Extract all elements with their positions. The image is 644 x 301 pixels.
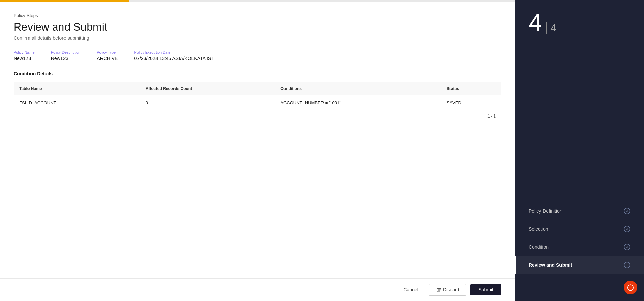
sidebar-step-condition-label: Condition xyxy=(529,244,549,250)
meta-policy-name: Policy Name New123 xyxy=(14,50,35,61)
svg-rect-1 xyxy=(438,288,440,288)
table-header: Table Name Affected Records Count Condit… xyxy=(14,82,501,95)
table-body: FSI_D_ACCOUNT_... 0 ACCOUNT_NUMBER = '10… xyxy=(14,95,501,110)
svg-rect-0 xyxy=(437,288,441,289)
step-current: 4 xyxy=(529,10,542,35)
policy-steps-label: Policy Steps xyxy=(14,13,501,18)
page-title: Review and Submit xyxy=(14,21,501,33)
col-conditions: Conditions xyxy=(275,82,441,95)
step-counter: 4 | 4 xyxy=(515,0,644,45)
policy-name-value: New123 xyxy=(14,56,31,61)
table-header-row: Table Name Affected Records Count Condit… xyxy=(14,82,501,95)
sidebar-step-selection-label: Selection xyxy=(529,226,548,232)
col-table-name: Table Name xyxy=(14,82,140,95)
sidebar-step-condition[interactable]: Condition xyxy=(515,238,644,256)
sidebar-step-review-submit-label: Review and Submit xyxy=(529,262,572,268)
policy-type-value: ARCHIVE xyxy=(97,56,118,61)
col-affected-count: Affected Records Count xyxy=(140,82,275,95)
cell-conditions: ACCOUNT_NUMBER = '1001' xyxy=(275,95,441,110)
pagination-text: 1 - 1 xyxy=(487,114,496,119)
main-content: Policy Steps Review and Submit Confirm a… xyxy=(0,0,515,301)
footer-actions: Cancel Discard Submit xyxy=(0,278,515,301)
policy-exec-label: Policy Execution Date xyxy=(134,50,214,54)
help-icon: ◯ xyxy=(627,284,634,291)
meta-row: Policy Name New123 Policy Description Ne… xyxy=(14,50,501,61)
sidebar-step-policy-definition-label: Policy Definition xyxy=(529,208,563,214)
sidebar-step-selection[interactable]: Selection xyxy=(515,220,644,238)
review-submit-check-icon xyxy=(624,262,630,268)
step-divider-symbol: | xyxy=(545,20,548,34)
step-total: 4 xyxy=(551,22,556,33)
meta-policy-exec: Policy Execution Date 07/23/2024 13:45 A… xyxy=(134,50,214,61)
cell-status: SAVED xyxy=(441,95,501,110)
submit-button[interactable]: Submit xyxy=(470,284,501,295)
cancel-button[interactable]: Cancel xyxy=(397,284,425,295)
sidebar-step-review-submit[interactable]: Review and Submit xyxy=(515,256,644,274)
pagination-row: 1 - 1 xyxy=(14,110,501,122)
discard-button[interactable]: Discard xyxy=(429,284,466,296)
policy-desc-value: New123 xyxy=(51,56,68,61)
condition-details-title: Condition Details xyxy=(14,71,501,76)
policy-name-label: Policy Name xyxy=(14,50,35,54)
policy-type-label: Policy Type xyxy=(97,50,118,54)
policy-definition-check-icon xyxy=(624,208,630,214)
cell-affected-count: 0 xyxy=(140,95,275,110)
selection-check-icon xyxy=(624,226,630,232)
sidebar: 4 | 4 Policy Definition Selection Condit… xyxy=(515,0,644,301)
condition-details-table-wrapper: Table Name Affected Records Count Condit… xyxy=(14,82,501,122)
policy-exec-value: 07/23/2024 13:45 ASIA/KOLKATA IST xyxy=(134,56,214,61)
table-row: FSI_D_ACCOUNT_... 0 ACCOUNT_NUMBER = '10… xyxy=(14,95,501,110)
col-status: Status xyxy=(441,82,501,95)
policy-desc-label: Policy Description xyxy=(51,50,80,54)
trash-icon xyxy=(436,287,441,292)
meta-policy-type: Policy Type ARCHIVE xyxy=(97,50,118,61)
meta-policy-desc: Policy Description New123 xyxy=(51,50,80,61)
condition-details-table: Table Name Affected Records Count Condit… xyxy=(14,82,501,110)
help-button[interactable]: ◯ xyxy=(624,281,637,294)
page-subtitle: Confirm all details before submitting xyxy=(14,35,501,41)
discard-label: Discard xyxy=(443,287,459,293)
content-area: Policy Steps Review and Submit Confirm a… xyxy=(0,2,515,278)
condition-check-icon xyxy=(624,244,630,250)
sidebar-step-policy-definition[interactable]: Policy Definition xyxy=(515,202,644,220)
cell-table-name: FSI_D_ACCOUNT_... xyxy=(14,95,140,110)
